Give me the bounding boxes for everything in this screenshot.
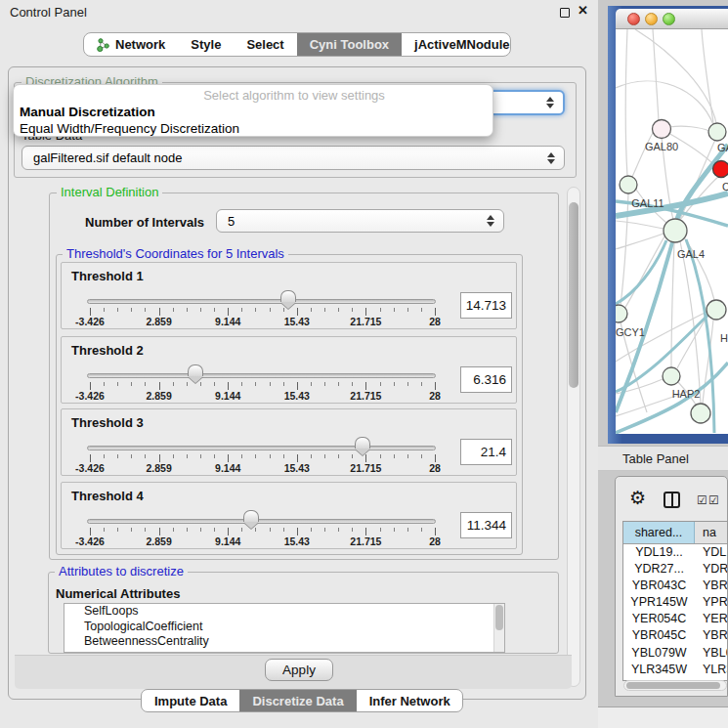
tab-infer-network[interactable]: Infer Network bbox=[357, 690, 463, 711]
node-hap2[interactable] bbox=[663, 367, 680, 385]
node-label-gal80: GAL80 bbox=[645, 141, 678, 152]
number-of-intervals-value: 5 bbox=[228, 214, 235, 229]
threshold-1-value-field[interactable]: 14.713 bbox=[460, 292, 512, 319]
threshold-3-value-field[interactable]: 21.4 bbox=[460, 439, 512, 465]
node-label-c: C bbox=[722, 181, 728, 193]
column-header-shared[interactable]: shared... bbox=[623, 522, 695, 543]
list-item[interactable]: BetweennessCentrality bbox=[64, 634, 504, 650]
threshold-1-panel: Threshold 1 -3.4262.8599.14415.4321.7152… bbox=[61, 262, 517, 329]
table-row[interactable]: YPR145WYPR1 bbox=[623, 594, 727, 611]
tab-impute-data[interactable]: Impute Data bbox=[142, 690, 239, 711]
slider-ticks bbox=[90, 308, 436, 316]
dropdown-option-equal-width[interactable]: Equal Width/Frequency Discretization bbox=[14, 120, 492, 137]
threshold-3-panel: Threshold 3 -3.4262.8599.14415.4321.7152… bbox=[61, 408, 517, 476]
list-item[interactable]: TopologicalCoefficient bbox=[64, 620, 504, 635]
table-data-value: galFiltered.sif default node bbox=[33, 150, 182, 165]
threshold-1-label: Threshold 1 bbox=[71, 269, 144, 283]
threshold-2-slider-thumb[interactable] bbox=[188, 364, 203, 383]
node-label-gal4: GAL4 bbox=[677, 248, 705, 260]
node-label-ga: GA bbox=[717, 142, 728, 153]
node[interactable] bbox=[708, 123, 726, 141]
network-window-titlebar[interactable] bbox=[616, 9, 728, 29]
node-gal11[interactable] bbox=[620, 176, 637, 193]
checkbox-icon[interactable]: ☑ bbox=[697, 494, 707, 506]
table-header-row: shared... na bbox=[623, 522, 727, 544]
threshold-4-slider-track[interactable] bbox=[87, 519, 436, 524]
node-red[interactable] bbox=[713, 161, 728, 178]
node-label-h: H bbox=[720, 332, 728, 344]
cyni-mode-tabbar: Impute Data Discretize Data Infer Networ… bbox=[141, 689, 463, 712]
table-row[interactable]: YBR043CYBR0 bbox=[623, 578, 727, 594]
algorithm-dropdown-popup: Select algorithm to view settings Manual… bbox=[13, 84, 493, 137]
checkbox-icon[interactable]: ☑ bbox=[708, 494, 719, 506]
table-panel-title: Table Panel bbox=[622, 451, 689, 466]
dropdown-hint-item: Select algorithm to view settings bbox=[14, 85, 492, 104]
interval-definition-title: Interval Definition bbox=[57, 186, 162, 198]
slider-scale: -3.4262.8599.14415.4321.71528 bbox=[90, 316, 435, 327]
table-data-combobox[interactable]: galFiltered.sif default node bbox=[21, 146, 565, 170]
table-panel-window: ⚙ ☑ ☑ shared... na YDL19...YDL1 YDR27...… bbox=[615, 476, 728, 697]
attributes-group-title: Attributes to discretize bbox=[55, 565, 188, 578]
close-window-icon[interactable] bbox=[627, 13, 640, 25]
table-row[interactable]: YBL079WYBL0 bbox=[623, 645, 727, 662]
node-label-gal11: GAL11 bbox=[631, 197, 664, 209]
combo-arrows-icon bbox=[547, 152, 555, 164]
tab-discretize-data[interactable]: Discretize Data bbox=[239, 690, 356, 711]
list-scrollbar[interactable] bbox=[493, 604, 504, 652]
combo-arrows-icon bbox=[487, 215, 494, 227]
scrollbar-thumb[interactable] bbox=[569, 202, 578, 388]
slider-ticks bbox=[90, 454, 436, 462]
tab-style[interactable]: Style bbox=[178, 33, 234, 56]
threshold-4-value-field[interactable]: 11.344 bbox=[460, 512, 512, 538]
table-row[interactable]: YLR345WYLR3 bbox=[623, 662, 727, 678]
node-attribute-table[interactable]: shared... na YDL19...YDL1 YDR27...YDR2 Y… bbox=[622, 521, 728, 681]
threshold-4-slider-thumb[interactable] bbox=[243, 510, 259, 529]
minimize-window-icon[interactable] bbox=[645, 13, 658, 25]
table-row[interactable]: YER054CYER0 bbox=[623, 611, 727, 627]
slider-scale: -3.4262.8599.14415.4321.71528 bbox=[90, 535, 435, 547]
tab-cyni-toolbox[interactable]: Cyni Toolbox bbox=[297, 33, 402, 56]
threshold-4-panel: Threshold 4 -3.4262.8599.14415.4321.7152… bbox=[61, 482, 517, 549]
dropdown-option-manual[interactable]: Manual Discretization bbox=[14, 104, 492, 120]
number-of-intervals-combobox[interactable]: 5 bbox=[216, 209, 504, 233]
panel-title: Control Panel bbox=[10, 5, 87, 20]
network-canvas[interactable]: GAL80 GA C GAL11 GAL4 GCY1 H HAP2 bbox=[616, 29, 728, 434]
table-row[interactable]: YBR045CYBR0 bbox=[623, 627, 727, 644]
threshold-1-slider-track[interactable] bbox=[87, 299, 436, 304]
threshold-3-slider-track[interactable] bbox=[87, 446, 436, 450]
node[interactable] bbox=[691, 404, 710, 423]
node-gcy1[interactable] bbox=[616, 305, 627, 322]
node-gal4[interactable] bbox=[664, 219, 687, 242]
table-row[interactable]: YDR27...YDR2 bbox=[623, 561, 727, 578]
tab-network[interactable]: Network bbox=[84, 33, 178, 56]
threshold-2-label: Threshold 2 bbox=[71, 343, 144, 358]
threshold-3-slider-thumb[interactable] bbox=[355, 437, 370, 455]
threshold-2-slider-track[interactable] bbox=[87, 373, 436, 378]
float-panel-icon[interactable] bbox=[560, 8, 570, 18]
node-gal80[interactable] bbox=[653, 120, 671, 139]
table-row[interactable]: YDL19...YDL1 bbox=[623, 544, 727, 561]
numerical-attributes-list[interactable]: SelfLoops TopologicalCoefficient Between… bbox=[64, 603, 505, 653]
zoom-window-icon[interactable] bbox=[663, 13, 675, 25]
gear-icon[interactable]: ⚙ bbox=[629, 489, 646, 507]
threshold-4-label: Threshold 4 bbox=[71, 489, 144, 503]
settings-scrollbar[interactable] bbox=[567, 187, 580, 687]
node-h[interactable] bbox=[707, 300, 726, 320]
bottom-panel-edge bbox=[598, 707, 728, 728]
list-item[interactable]: SelfLoops bbox=[64, 604, 504, 620]
threshold-1-slider-thumb[interactable] bbox=[280, 290, 296, 309]
tab-jactivemnodules[interactable]: jActiveMNodules bbox=[402, 33, 511, 56]
table-horizontal-scrollbar[interactable] bbox=[623, 680, 727, 691]
apply-button[interactable]: Apply bbox=[265, 659, 333, 681]
columns-icon[interactable] bbox=[664, 492, 680, 508]
slider-scale: -3.4262.8599.14415.4321.71528 bbox=[90, 462, 435, 474]
scrollbar-thumb[interactable] bbox=[495, 605, 503, 630]
column-header-name[interactable]: na bbox=[695, 522, 727, 543]
network-view-window[interactable]: GAL80 GA C GAL11 GAL4 GCY1 H HAP2 bbox=[608, 6, 728, 444]
close-panel-icon[interactable]: ✕ bbox=[578, 3, 588, 18]
threshold-2-value-field[interactable]: 6.316 bbox=[460, 366, 512, 393]
threshold-coordinates-title: Threshold's Coordinates for 5 Intervals bbox=[63, 247, 288, 260]
tab-select[interactable]: Select bbox=[234, 33, 296, 56]
network-icon bbox=[97, 38, 109, 52]
scrollbar-thumb[interactable] bbox=[626, 682, 720, 689]
